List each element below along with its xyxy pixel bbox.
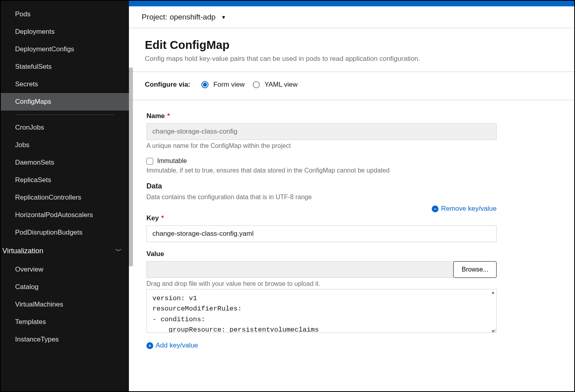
- form-section: Name* A unique name for the ConfigMap wi…: [146, 112, 558, 349]
- sidebar-item-jobs[interactable]: Jobs: [1, 136, 129, 154]
- sidebar-item-horizontalpodautoscalers[interactable]: HorizontalPodAutoscalers: [1, 206, 129, 224]
- name-label: Name*: [146, 112, 558, 120]
- configure-via-row: Configure via: Form view YAML view: [145, 81, 558, 89]
- key-label: Key*: [146, 214, 558, 222]
- divider: [129, 100, 574, 100]
- key-label-text: Key: [146, 214, 159, 222]
- project-selector[interactable]: Project: openshift-adp ▼: [129, 6, 574, 28]
- sidebar-item-catalog[interactable]: Catalog: [1, 278, 129, 296]
- immutable-checkbox[interactable]: [146, 158, 153, 165]
- sidebar-item-configmaps[interactable]: ConfigMaps: [1, 93, 129, 111]
- sidebar-item-cronjobs[interactable]: CronJobs: [1, 119, 129, 136]
- content: Edit ConfigMap Config maps hold key-valu…: [129, 28, 574, 391]
- immutable-help: Immutable, if set to true, ensures that …: [146, 167, 558, 174]
- remove-kv-label: Remove key/value: [441, 205, 497, 213]
- content-scrollbar[interactable]: [129, 68, 133, 266]
- sidebar-item-daemonsets[interactable]: DaemonSets: [1, 154, 129, 171]
- project-name: openshift-adp: [170, 13, 215, 21]
- add-key-value-button[interactable]: + Add key/value: [146, 342, 198, 349]
- key-input[interactable]: [146, 225, 497, 242]
- remove-key-value-button[interactable]: − Remove key/value: [432, 205, 497, 213]
- sidebar-item-overview[interactable]: Overview: [1, 261, 129, 278]
- value-file-box[interactable]: [146, 261, 454, 278]
- project-prefix: Project:: [142, 13, 167, 21]
- browse-button[interactable]: Browse...: [453, 261, 497, 278]
- radio-yaml-label: YAML view: [265, 81, 298, 89]
- value-help: Drag and drop file with your value here …: [146, 280, 558, 287]
- page-title: Edit ConfigMap: [145, 39, 558, 52]
- minus-circle-icon: −: [432, 206, 439, 212]
- data-heading: Data: [146, 182, 558, 190]
- immutable-row[interactable]: Immutable: [146, 157, 558, 165]
- name-input[interactable]: [146, 123, 497, 140]
- name-help: A unique name for the ConfigMap within t…: [146, 142, 558, 149]
- chevron-down-icon: ﹀: [115, 247, 122, 255]
- sidebar-item-deployments[interactable]: Deployments: [1, 23, 129, 41]
- sidebar-item-deploymentconfigs[interactable]: DeploymentConfigs: [1, 41, 129, 58]
- main: Project: openshift-adp ▼ Edit ConfigMap …: [129, 1, 574, 391]
- radio-yaml-view[interactable]: YAML view: [253, 81, 298, 89]
- radio-form-label: Form view: [213, 81, 244, 89]
- sidebar-section-virtualization[interactable]: Virtualization ﹀: [1, 241, 129, 261]
- configure-via-label: Configure via:: [145, 81, 190, 89]
- sidebar-item-virtualmachines[interactable]: VirtualMachines: [1, 296, 129, 313]
- sidebar-item-poddisruptionbudgets[interactable]: PodDisruptionBudgets: [1, 224, 129, 241]
- sidebar-item-replicasets[interactable]: ReplicaSets: [1, 171, 129, 189]
- plus-circle-icon: +: [146, 342, 153, 349]
- top-blue-bar: [129, 1, 574, 6]
- name-label-text: Name: [146, 112, 165, 120]
- sidebar-item-pods[interactable]: Pods: [1, 6, 129, 23]
- required-asterisk: *: [167, 112, 170, 120]
- immutable-label: Immutable: [157, 157, 187, 165]
- value-upload-row: Browse...: [146, 261, 497, 278]
- page-subtitle: Config maps hold key-value pairs that ca…: [145, 55, 558, 63]
- divider: [129, 72, 574, 72]
- sidebar-divider: [15, 114, 115, 115]
- required-asterisk: *: [161, 214, 164, 222]
- sidebar-item-templates[interactable]: Templates: [1, 313, 129, 331]
- radio-form-view[interactable]: Form view: [201, 81, 244, 89]
- sidebar: Pods Deployments DeploymentConfigs State…: [1, 1, 129, 391]
- sidebar-item-secrets[interactable]: Secrets: [1, 76, 129, 93]
- caret-down-icon: ▼: [221, 14, 226, 20]
- data-help: Data contains the configuration data tha…: [146, 194, 558, 201]
- value-label: Value: [146, 250, 558, 258]
- radio-unchecked-icon: [253, 81, 260, 88]
- value-textarea[interactable]: [146, 289, 497, 333]
- sidebar-item-instancetypes[interactable]: InstanceTypes: [1, 331, 129, 348]
- radio-checked-icon: [201, 81, 209, 88]
- sidebar-section-label: Virtualization: [2, 247, 43, 255]
- sidebar-item-statefulsets[interactable]: StatefulSets: [1, 58, 129, 76]
- add-kv-label: Add key/value: [156, 342, 198, 349]
- sidebar-item-replicationcontrollers[interactable]: ReplicationControllers: [1, 189, 129, 206]
